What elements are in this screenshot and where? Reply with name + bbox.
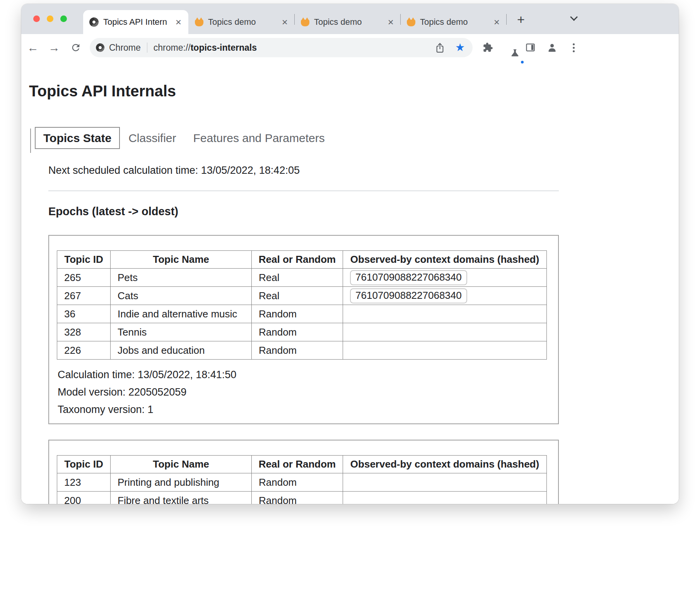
hashed-domain-chip: 7610709088227068340 bbox=[350, 270, 467, 285]
real-or-random-cell: Random bbox=[252, 492, 343, 504]
topics-table: Topic ID Topic Name Real or Random Obser… bbox=[57, 455, 547, 504]
close-window-button[interactable] bbox=[33, 15, 40, 22]
tab-title: Topics demo bbox=[420, 17, 488, 27]
topic-name-cell: Indie and alternative music bbox=[111, 305, 252, 323]
real-or-random-cell: Random bbox=[252, 341, 343, 360]
topics-state-panel: Next scheduled calculation time: 13/05/2… bbox=[48, 164, 559, 504]
table-row: 36 Indie and alternative music Random bbox=[57, 305, 547, 323]
browser-menu-kebab-icon[interactable] bbox=[568, 42, 579, 53]
domains-cell: 7610709088227068340 bbox=[343, 269, 547, 287]
topic-id-cell: 328 bbox=[57, 323, 111, 341]
screenshot-canvas: Topics API Intern × Topics demo × Topics… bbox=[0, 0, 700, 610]
side-panel-icon[interactable] bbox=[525, 42, 536, 53]
table-row: 267 Cats Real 7610709088227068340 bbox=[57, 287, 547, 305]
col-observed-domains: Observed-by context domains (hashed) bbox=[343, 456, 547, 473]
real-or-random-cell: Real bbox=[252, 269, 343, 287]
browser-tab-strip: Topics API Intern × Topics demo × Topics… bbox=[21, 4, 679, 34]
table-row: 265 Pets Real 7610709088227068340 bbox=[57, 269, 547, 287]
extensions-puzzle-icon[interactable] bbox=[483, 42, 493, 53]
page-content: Topics API Internals Topics State Classi… bbox=[21, 82, 679, 504]
browser-tab-topics-demo-3[interactable]: Topics demo × bbox=[401, 10, 507, 34]
domains-cell bbox=[343, 305, 547, 323]
url-scheme: chrome:// bbox=[154, 43, 191, 53]
page-tab-bar: Topics State Classifier Features and Par… bbox=[35, 127, 679, 149]
topic-name-cell: Cats bbox=[111, 287, 252, 305]
browser-tab-topics-demo-1[interactable]: Topics demo × bbox=[189, 10, 295, 34]
topic-id-cell: 265 bbox=[57, 269, 111, 287]
chrome-logo-icon bbox=[89, 17, 99, 27]
close-tab-icon[interactable]: × bbox=[493, 17, 500, 27]
experiments-flask-icon[interactable] bbox=[510, 53, 520, 59]
browser-tab-topics-internals[interactable]: Topics API Intern × bbox=[83, 10, 188, 34]
close-tab-icon[interactable]: × bbox=[387, 17, 394, 27]
topic-name-cell: Printing and publishing bbox=[111, 473, 252, 492]
domains-cell bbox=[343, 341, 547, 360]
topic-name-cell: Tennis bbox=[111, 323, 252, 341]
model-version: Model version: 2205052059 bbox=[58, 386, 550, 398]
browser-name-label: Chrome bbox=[109, 43, 141, 53]
topic-id-cell: 123 bbox=[57, 473, 111, 492]
tab-title: Topics demo bbox=[208, 17, 277, 27]
minimize-window-button[interactable] bbox=[47, 15, 53, 22]
col-topic-id: Topic ID bbox=[57, 456, 111, 473]
col-topic-id: Topic ID bbox=[57, 251, 111, 269]
forward-arrow-icon[interactable]: → bbox=[48, 41, 60, 54]
address-bar[interactable]: Chrome chrome:// topics-internals ★ bbox=[90, 38, 473, 57]
tab-topics-state[interactable]: Topics State bbox=[35, 127, 120, 149]
calculation-time: Calculation time: 13/05/2022, 18:41:50 bbox=[58, 369, 550, 381]
topic-id-cell: 200 bbox=[57, 492, 111, 504]
tab-features-and-parameters[interactable]: Features and Parameters bbox=[185, 127, 333, 149]
col-real-or-random: Real or Random bbox=[252, 456, 343, 473]
hashed-domain-chip: 7610709088227068340 bbox=[350, 288, 467, 303]
next-calculation-time: Next scheduled calculation time: 13/05/2… bbox=[48, 164, 559, 176]
cat-favicon-icon bbox=[407, 20, 415, 26]
new-tab-button[interactable]: + bbox=[514, 12, 528, 26]
topic-name-cell: Fibre and textile arts bbox=[111, 492, 252, 504]
table-row: 328 Tennis Random bbox=[57, 323, 547, 341]
profile-avatar-icon[interactable] bbox=[547, 42, 558, 53]
domains-cell bbox=[343, 473, 547, 492]
col-observed-domains: Observed-by context domains (hashed) bbox=[343, 251, 547, 269]
tab-title: Topics demo bbox=[314, 17, 382, 27]
real-or-random-cell: Random bbox=[252, 473, 343, 492]
real-or-random-cell: Real bbox=[252, 287, 343, 305]
topic-id-cell: 226 bbox=[57, 341, 111, 360]
epoch-card-older: Topic ID Topic Name Real or Random Obser… bbox=[48, 440, 559, 504]
browser-window: Topics API Intern × Topics demo × Topics… bbox=[21, 4, 679, 504]
site-chrome-icon bbox=[96, 43, 104, 52]
topic-name-cell: Jobs and education bbox=[111, 341, 252, 360]
epoch-card-latest: Topic ID Topic Name Real or Random Obser… bbox=[48, 235, 559, 424]
close-tab-icon[interactable]: × bbox=[175, 17, 182, 27]
table-row: 226 Jobs and education Random bbox=[57, 341, 547, 360]
domains-cell: 7610709088227068340 bbox=[343, 287, 547, 305]
domains-cell bbox=[343, 492, 547, 504]
url-host: topics-internals bbox=[191, 43, 257, 53]
tab-search-chevron-down-icon[interactable] bbox=[570, 14, 577, 21]
col-topic-name: Topic Name bbox=[111, 456, 252, 473]
page-title: Topics API Internals bbox=[29, 82, 679, 100]
cat-favicon-icon bbox=[301, 20, 309, 26]
col-real-or-random: Real or Random bbox=[252, 251, 343, 269]
tab-classifier[interactable]: Classifier bbox=[120, 127, 184, 149]
table-header-row: Topic ID Topic Name Real or Random Obser… bbox=[57, 456, 547, 473]
topics-table: Topic ID Topic Name Real or Random Obser… bbox=[57, 250, 547, 360]
section-divider bbox=[48, 190, 559, 191]
table-header-row: Topic ID Topic Name Real or Random Obser… bbox=[57, 251, 547, 269]
fullscreen-window-button[interactable] bbox=[60, 15, 67, 22]
real-or-random-cell: Random bbox=[252, 305, 343, 323]
cat-favicon-icon bbox=[195, 20, 203, 26]
close-tab-icon[interactable]: × bbox=[281, 17, 289, 27]
table-row: 200 Fibre and textile arts Random bbox=[57, 492, 547, 504]
taxonomy-version: Taxonomy version: 1 bbox=[58, 404, 550, 416]
back-arrow-icon[interactable]: ← bbox=[27, 41, 39, 54]
reload-icon[interactable] bbox=[70, 42, 81, 53]
real-or-random-cell: Random bbox=[252, 323, 343, 341]
bookmark-star-icon[interactable]: ★ bbox=[455, 42, 465, 53]
browser-tab-topics-demo-2[interactable]: Topics demo × bbox=[295, 10, 401, 34]
topic-id-cell: 36 bbox=[57, 305, 111, 323]
share-icon[interactable] bbox=[435, 43, 445, 53]
table-row: 123 Printing and publishing Random bbox=[57, 473, 547, 492]
topic-id-cell: 267 bbox=[57, 287, 111, 305]
notification-dot bbox=[520, 60, 524, 64]
topic-name-cell: Pets bbox=[111, 269, 252, 287]
